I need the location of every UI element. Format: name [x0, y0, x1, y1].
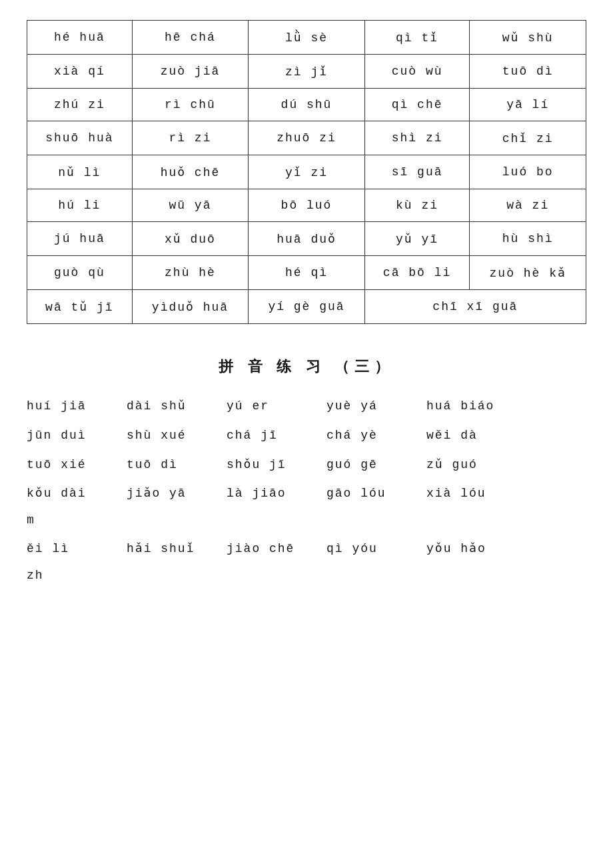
pinyin-item: wěi dà	[426, 423, 526, 449]
table-cell: xǔ duō	[132, 222, 249, 256]
pinyin-row: huí jiādài shǔyú eryuè yáhuá biáo	[27, 393, 586, 420]
table-cell: yā lí	[470, 89, 586, 121]
pinyin-item: yú er	[227, 393, 326, 420]
pinyin-item: chá yè	[326, 423, 426, 449]
table-cell: zhù hè	[132, 256, 249, 290]
pinyin-row: kǒu dàijiǎo yālà jiāogāo lóuxià lóum	[27, 481, 586, 533]
table-cell: dú shū	[249, 89, 365, 121]
pinyin-item: chá jī	[227, 423, 326, 449]
pinyin-item: shǒu jī	[227, 452, 326, 479]
table-cell: zhuō zi	[249, 121, 365, 155]
table-cell: cā bō li	[364, 256, 470, 290]
pinyin-item: kǒu dài	[27, 481, 127, 507]
table-cell: shì zi	[364, 121, 470, 155]
pinyin-row: ěi lìhǎi shuǐjiào chēqì yóuyǒu hǎozh	[27, 536, 586, 589]
pinyin-item: tuō dì	[127, 452, 227, 479]
table-cell: hù shì	[470, 222, 586, 256]
table-cell: zhú zi	[27, 89, 133, 121]
table-cell: yí gè guā	[249, 290, 365, 324]
table-cell: qì chē	[364, 89, 470, 121]
pinyin-item: jiǎo yā	[127, 481, 227, 507]
pinyin-item: jūn duì	[27, 423, 127, 449]
table-row: hú liwū yābō luókù ziwà zi	[27, 189, 586, 222]
pinyin-item: m	[27, 507, 127, 534]
table-cell: zì jǐ	[249, 55, 365, 89]
pinyin-item: yuè yá	[326, 393, 426, 420]
table-cell: yìduǒ huā	[132, 290, 249, 324]
pinyin-row: tuō xiétuō dìshǒu jīguó gēzǔ guó	[27, 452, 586, 479]
table-cell-merged: chī xī guā	[364, 290, 586, 324]
table-cell: guò qù	[27, 256, 133, 290]
table-row: hé huāhē chálǜ sèqì tǐwǔ shù	[27, 21, 586, 55]
pinyin-item: ěi lì	[27, 536, 127, 563]
table-cell: luó bo	[470, 155, 586, 189]
pinyin-item: zh	[27, 563, 127, 589]
section-title: 拼 音 练 习 （三）	[27, 351, 586, 383]
pinyin-table-section: hé huāhē chálǜ sèqì tǐwǔ shùxià qízuò ji…	[27, 20, 586, 324]
pinyin-item: yǒu hǎo	[426, 536, 526, 563]
table-cell: xià qí	[27, 55, 133, 89]
pinyin-item: hǎi shuǐ	[127, 536, 227, 563]
table-cell: huā duǒ	[249, 222, 365, 256]
table-row: guò qùzhù hèhé qìcā bō lizuò hè kǎ	[27, 256, 586, 290]
pinyin-item: guó gē	[326, 452, 426, 479]
table-row: xià qízuò jiāzì jǐcuò wùtuō dì	[27, 55, 586, 89]
table-cell: hé qì	[249, 256, 365, 290]
table-cell: wà zi	[470, 189, 586, 222]
table-cell: huǒ chē	[132, 155, 249, 189]
pinyin-rows: huí jiādài shǔyú eryuè yáhuá biáojūn duì…	[27, 393, 586, 589]
table-cell: kù zi	[364, 189, 470, 222]
pinyin-item: xià lóu	[426, 481, 526, 507]
table-cell: chǐ zi	[470, 121, 586, 155]
pinyin-item: jiào chē	[227, 536, 326, 563]
table-cell: wǔ shù	[470, 21, 586, 55]
table-cell: shuō huà	[27, 121, 133, 155]
pinyin-item: tuō xié	[27, 452, 127, 479]
pinyin-practice-section: 拼 音 练 习 （三） huí jiādài shǔyú eryuè yáhuá…	[27, 351, 586, 589]
pinyin-item: zǔ guó	[426, 452, 526, 479]
table-cell: tuō dì	[470, 55, 586, 89]
table-cell: zuò hè kǎ	[470, 256, 586, 290]
pinyin-table: hé huāhē chálǜ sèqì tǐwǔ shùxià qízuò ji…	[27, 20, 586, 324]
table-cell: sī guā	[364, 155, 470, 189]
table-cell: yǔ yī	[364, 222, 470, 256]
pinyin-item: dài shǔ	[127, 393, 227, 420]
pinyin-item: huí jiā	[27, 393, 127, 420]
table-row: nǔ lìhuǒ chēyǐ zisī guāluó bo	[27, 155, 586, 189]
pinyin-row: jūn duìshù xuéchá jīchá yèwěi dà	[27, 423, 586, 449]
table-cell: hú li	[27, 189, 133, 222]
table-row: jú huāxǔ duōhuā duǒyǔ yīhù shì	[27, 222, 586, 256]
table-cell: lǜ sè	[249, 21, 365, 55]
table-row: shuō huàrì zizhuō zishì zichǐ zi	[27, 121, 586, 155]
table-cell: wū yā	[132, 189, 249, 222]
table-cell: cuò wù	[364, 55, 470, 89]
pinyin-item: shù xué	[127, 423, 227, 449]
table-cell: rì chū	[132, 89, 249, 121]
table-cell: hē chá	[132, 21, 249, 55]
table-cell: nǔ lì	[27, 155, 133, 189]
table-cell: hé huā	[27, 21, 133, 55]
pinyin-item: là jiāo	[227, 481, 326, 507]
table-row: wā tǔ jīyìduǒ huāyí gè guāchī xī guā	[27, 290, 586, 324]
table-cell: bō luó	[249, 189, 365, 222]
pinyin-item: huá biáo	[426, 393, 526, 420]
pinyin-item: qì yóu	[326, 536, 426, 563]
table-cell: zuò jiā	[132, 55, 249, 89]
table-cell: qì tǐ	[364, 21, 470, 55]
table-cell: yǐ zi	[249, 155, 365, 189]
pinyin-item: gāo lóu	[326, 481, 426, 507]
table-cell: rì zi	[132, 121, 249, 155]
table-row: zhú zirì chūdú shūqì chēyā lí	[27, 89, 586, 121]
table-cell: jú huā	[27, 222, 133, 256]
table-cell: wā tǔ jī	[27, 290, 133, 324]
